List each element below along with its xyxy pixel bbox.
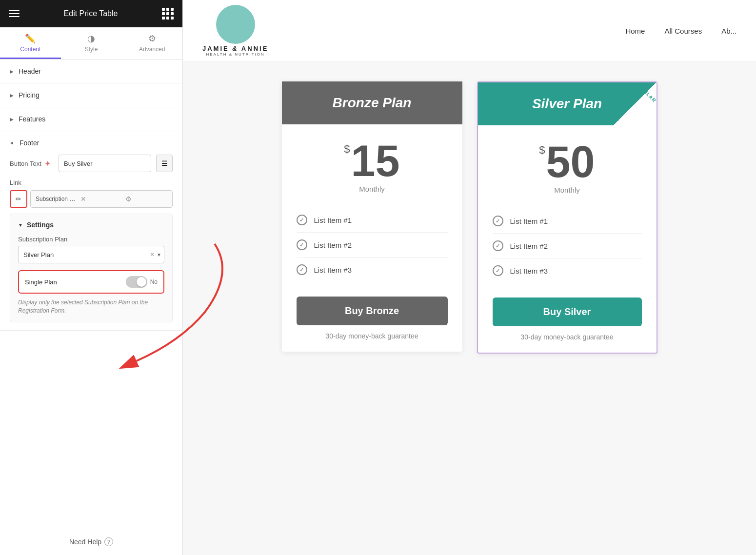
buy-bronze-button[interactable]: Buy Bronze bbox=[297, 297, 448, 325]
bronze-feature-1: ✓ List Item #1 bbox=[297, 208, 448, 233]
accordion-header-label: Header bbox=[19, 67, 41, 75]
help-circle-icon: ? bbox=[104, 537, 113, 546]
link-remove-icon[interactable]: ✕ bbox=[80, 195, 122, 203]
link-edit-button[interactable]: ✏ bbox=[10, 190, 27, 208]
silver-price-period: Monthly bbox=[488, 186, 647, 194]
accordion-header-toggle[interactable]: ▶ Header bbox=[0, 59, 182, 83]
silver-feature-3: ✓ List Item #3 bbox=[493, 258, 642, 283]
link-settings-icon[interactable]: ⚙ bbox=[125, 195, 167, 203]
settings-title: Settings bbox=[27, 221, 54, 229]
silver-price-amount: 50 bbox=[546, 140, 595, 184]
button-text-input[interactable] bbox=[59, 155, 151, 172]
bronze-feature-3-text: List Item #3 bbox=[314, 266, 352, 274]
left-panel: Edit Price Table ✏️ Content ◑ Style ⚙ Ad… bbox=[0, 0, 183, 555]
popular-badge: POPULAR bbox=[613, 82, 657, 125]
features-arrow-icon: ▶ bbox=[10, 117, 14, 122]
dynamic-icon: ✦ bbox=[44, 159, 51, 168]
subscription-plan-label: Subscription Plan bbox=[18, 236, 164, 243]
accordion-footer-label: Footer bbox=[20, 139, 39, 147]
tab-content[interactable]: ✏️ Content bbox=[0, 27, 61, 59]
nav-about[interactable]: Ab... bbox=[721, 27, 736, 35]
accordion-pricing-toggle[interactable]: ▶ Pricing bbox=[0, 83, 182, 107]
single-plan-label: Single Plan bbox=[25, 278, 57, 286]
buy-silver-button[interactable]: Buy Silver bbox=[493, 297, 642, 326]
silver-check-icon-3: ✓ bbox=[493, 265, 503, 276]
logo-circle bbox=[216, 5, 255, 44]
bronze-price-period: Monthly bbox=[292, 185, 453, 193]
check-icon-3: ✓ bbox=[297, 264, 307, 275]
toggle-switch[interactable]: No bbox=[126, 276, 158, 288]
silver-feature-1: ✓ List Item #1 bbox=[493, 209, 642, 234]
panel-title: Edit Price Table bbox=[64, 9, 118, 18]
style-tab-icon: ◑ bbox=[87, 33, 95, 44]
collapse-handle[interactable]: ‹ bbox=[180, 269, 183, 286]
bronze-feature-2: ✓ List Item #2 bbox=[297, 233, 448, 258]
button-text-row: Button Text ✦ ☰ bbox=[10, 155, 173, 172]
logo-amp: & bbox=[232, 45, 238, 52]
advanced-tab-icon: ⚙ bbox=[148, 33, 156, 44]
subscription-plan-select-wrapper: Silver Plan Bronze Plan Gold Plan ✕ ▼ bbox=[18, 246, 164, 263]
silver-price-row: $ 50 bbox=[488, 140, 647, 184]
select-dropdown-icon[interactable]: ▼ bbox=[157, 252, 161, 258]
accordion-footer-toggle[interactable]: ▼ Footer bbox=[0, 131, 182, 155]
bronze-card-header: Bronze Plan bbox=[282, 81, 462, 124]
bronze-feature-1-text: List Item #1 bbox=[314, 216, 352, 224]
pricing-section: Bronze Plan $ 15 Monthly ✓ List Item #1 … bbox=[183, 62, 756, 555]
silver-guarantee: 30-day money-back guarantee bbox=[521, 333, 614, 341]
nav-home[interactable]: Home bbox=[625, 27, 645, 35]
silver-feature-2-text: List Item #2 bbox=[510, 242, 548, 250]
silver-card: Silver Plan POPULAR $ 50 Monthly ✓ List … bbox=[477, 81, 657, 354]
site-header: JAMIE & ANNIE HEALTH & NUTRITION Home Al… bbox=[183, 0, 756, 62]
bronze-guarantee: 30-day money-back guarantee bbox=[326, 332, 418, 340]
toggle-track[interactable] bbox=[126, 276, 147, 288]
silver-dollar-sign: $ bbox=[539, 144, 545, 157]
settings-sub-header: ▼ Settings bbox=[18, 221, 164, 229]
subscription-plan-select[interactable]: Silver Plan Bronze Plan Gold Plan bbox=[18, 246, 164, 263]
button-text-label: Button Text ✦ bbox=[10, 159, 54, 168]
silver-card-header: Silver Plan POPULAR bbox=[478, 82, 657, 125]
bronze-features-list: ✓ List Item #1 ✓ List Item #2 ✓ List Ite… bbox=[282, 198, 462, 292]
accordion-pricing-label: Pricing bbox=[19, 91, 40, 99]
tab-content-label: Content bbox=[20, 46, 40, 53]
select-clear-icon[interactable]: ✕ bbox=[150, 251, 155, 258]
link-text-box: Subscription Plan URL (Silver Plan) ✕ ⚙ bbox=[30, 190, 173, 208]
logo-text: JAMIE & ANNIE bbox=[202, 45, 268, 52]
tab-style[interactable]: ◑ Style bbox=[61, 27, 122, 59]
check-icon-2: ✓ bbox=[297, 239, 307, 250]
header-arrow-icon: ▶ bbox=[10, 69, 14, 74]
bronze-price-display: $ 15 Monthly bbox=[282, 124, 462, 198]
tabs-row: ✏️ Content ◑ Style ⚙ Advanced bbox=[0, 27, 182, 59]
check-icon-1: ✓ bbox=[297, 215, 307, 225]
bronze-price-amount: 15 bbox=[351, 139, 400, 183]
menu-icon[interactable] bbox=[9, 10, 20, 17]
link-text: Subscription Plan URL (Silver Plan) bbox=[36, 196, 78, 202]
grid-icon[interactable] bbox=[162, 8, 174, 20]
logo-sub: HEALTH & NUTRITION bbox=[206, 52, 265, 57]
popular-text: POPULAR bbox=[634, 82, 657, 103]
toggle-no-label: No bbox=[150, 278, 158, 285]
hint-text: Display only the selected Subscription P… bbox=[18, 298, 164, 315]
accordion-footer: ▼ Footer Button Text ✦ ☰ Link ✏ Subscrip… bbox=[0, 131, 182, 331]
bronze-card-footer: Buy Bronze 30-day money-back guarantee bbox=[282, 292, 462, 352]
link-row: ✏ Subscription Plan URL (Silver Plan) ✕ … bbox=[10, 190, 173, 208]
bronze-price-row: $ 15 bbox=[292, 139, 453, 183]
bronze-feature-2-text: List Item #2 bbox=[314, 241, 352, 249]
accordion-features-toggle[interactable]: ▶ Features bbox=[0, 107, 182, 131]
need-help[interactable]: Need Help ? bbox=[0, 529, 182, 555]
silver-feature-3-text: List Item #3 bbox=[510, 267, 548, 275]
tab-advanced[interactable]: ⚙ Advanced bbox=[121, 27, 182, 59]
bronze-feature-3: ✓ List Item #3 bbox=[297, 258, 448, 282]
align-button[interactable]: ☰ bbox=[156, 155, 173, 172]
silver-feature-1-text: List Item #1 bbox=[510, 217, 548, 225]
accordion-features-label: Features bbox=[19, 115, 45, 123]
link-label: Link bbox=[10, 179, 173, 186]
select-controls: ✕ ▼ bbox=[150, 251, 161, 258]
preview-area: JAMIE & ANNIE HEALTH & NUTRITION Home Al… bbox=[183, 0, 756, 555]
accordion-header: ▶ Header bbox=[0, 59, 182, 83]
nav-courses[interactable]: All Courses bbox=[664, 27, 702, 35]
silver-features-list: ✓ List Item #1 ✓ List Item #2 ✓ List Ite… bbox=[478, 199, 657, 293]
bronze-card: Bronze Plan $ 15 Monthly ✓ List Item #1 … bbox=[282, 81, 462, 352]
bronze-dollar-sign: $ bbox=[344, 143, 350, 156]
single-plan-row: Single Plan No bbox=[18, 270, 164, 294]
silver-check-icon-2: ✓ bbox=[493, 240, 503, 251]
